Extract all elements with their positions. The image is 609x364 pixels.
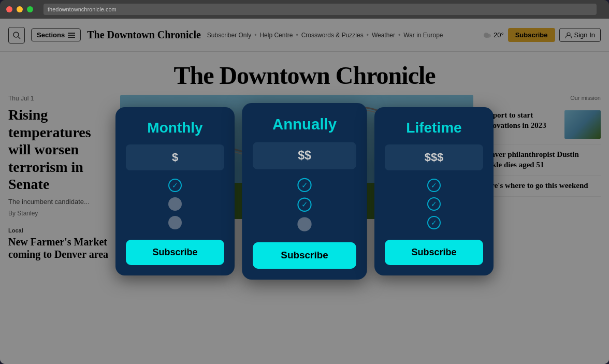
lifetime-check-3: ✓ [427, 216, 441, 229]
annually-check-1: ✓ [297, 178, 311, 192]
annually-feature-2: ✓ [297, 198, 311, 212]
monthly-check-2 [168, 197, 182, 211]
monthly-check-1: ✓ [168, 179, 182, 192]
subscription-modal: Monthly $ ✓ Subscribe Annually [0, 19, 609, 364]
monthly-subscribe-button[interactable]: Subscribe [126, 240, 224, 265]
monthly-features: ✓ [126, 179, 224, 229]
browser-close-dot[interactable] [6, 6, 12, 12]
lifetime-features: ✓ ✓ ✓ [385, 179, 483, 229]
annually-feature-3 [297, 217, 311, 231]
monthly-card: Monthly $ ✓ Subscribe [115, 107, 235, 275]
monthly-price: $ [126, 144, 224, 170]
annually-check-3 [297, 217, 311, 231]
page-content: Sections The Downtown Chronicle Subscrib… [0, 19, 609, 364]
annually-feature-1: ✓ [297, 178, 311, 192]
monthly-feature-2 [168, 197, 182, 211]
lifetime-check-1: ✓ [427, 179, 441, 192]
annually-price: $$ [253, 142, 356, 169]
monthly-title: Monthly [147, 120, 202, 136]
lifetime-card: Lifetime $$$ ✓ ✓ ✓ Subscribe [374, 107, 494, 275]
lifetime-price: $$$ [385, 144, 483, 170]
lifetime-feature-1: ✓ [427, 179, 441, 192]
annually-subscribe-button[interactable]: Subscribe [253, 242, 356, 269]
browser-maximize-dot[interactable] [27, 6, 33, 12]
browser-window: thedowntownchronicle.com Sections The Do… [0, 0, 609, 364]
lifetime-feature-2: ✓ [427, 197, 441, 211]
monthly-check-3 [168, 216, 182, 229]
monthly-feature-1: ✓ [168, 179, 182, 192]
lifetime-subscribe-button[interactable]: Subscribe [385, 240, 483, 265]
browser-url-bar[interactable]: thedowntownchronicle.com [44, 4, 597, 15]
monthly-feature-3 [168, 216, 182, 229]
lifetime-check-2: ✓ [427, 197, 441, 211]
url-text: thedowntownchronicle.com [48, 6, 117, 12]
lifetime-feature-3: ✓ [427, 216, 441, 229]
annually-features: ✓ ✓ [253, 178, 356, 231]
annually-title: Annually [272, 116, 337, 134]
browser-topbar: thedowntownchronicle.com [0, 0, 609, 19]
lifetime-title: Lifetime [406, 120, 461, 136]
annually-card: Annually $$ ✓ ✓ Subscribe [242, 103, 367, 280]
annually-check-2: ✓ [297, 198, 311, 212]
browser-minimize-dot[interactable] [17, 6, 23, 12]
